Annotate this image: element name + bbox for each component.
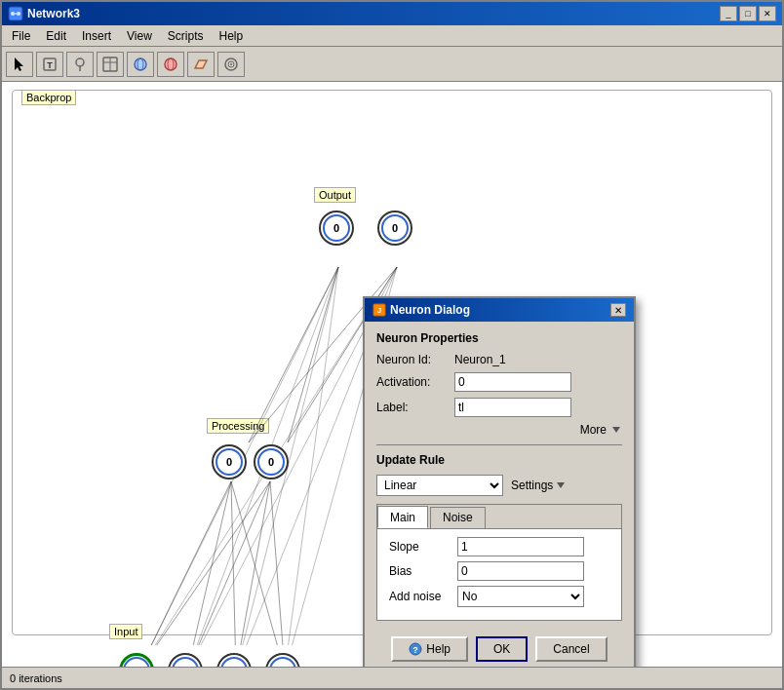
sphere2-tool-button[interactable]	[157, 52, 184, 77]
more-button[interactable]: More	[376, 423, 622, 437]
neuron-id-label: Neuron Id:	[376, 353, 454, 366]
output-neuron-2-inner: 0	[381, 214, 409, 242]
label-row: Label:	[376, 398, 622, 417]
status-text: 0 iterations	[10, 672, 62, 684]
settings-button[interactable]: Settings	[511, 479, 567, 492]
slope-row: Slope	[389, 537, 609, 556]
slope-label: Slope	[389, 540, 457, 554]
svg-text:?: ?	[413, 645, 419, 655]
input-neuron-3-inner: 0	[220, 657, 248, 667]
status-bar: 0 iterations	[2, 667, 782, 688]
neuron-dialog: J Neuron Dialog ✕ Neuron Properties Neur…	[363, 296, 636, 667]
svg-line-24	[138, 481, 231, 645]
main-window: Network3 _ □ ✕ File Edit Insert View Scr…	[0, 0, 784, 690]
maximize-button[interactable]: □	[739, 6, 757, 21]
add-noise-row: Add noise No Yes	[389, 586, 609, 607]
help-icon: ?	[409, 642, 422, 656]
settings-chevron-icon	[555, 479, 567, 491]
tabs-container: Main Noise Slope Bias	[376, 504, 622, 621]
svg-point-12	[135, 58, 146, 70]
svg-line-25	[138, 481, 270, 645]
menu-bar: File Edit Insert View Scripts Help	[2, 25, 782, 47]
dialog-close-button[interactable]: ✕	[610, 303, 626, 317]
svg-marker-43	[557, 482, 565, 488]
input-neuron-4[interactable]: 0	[265, 653, 300, 667]
update-rule-section: Update Rule Linear Settings	[376, 453, 622, 496]
menu-file[interactable]: File	[6, 27, 36, 45]
ok-button[interactable]: OK	[476, 636, 528, 662]
update-rule-title: Update Rule	[376, 453, 622, 467]
label-label: Label:	[376, 401, 454, 414]
svg-point-19	[230, 63, 232, 65]
menu-edit[interactable]: Edit	[40, 27, 72, 45]
input-neuron-3[interactable]: 0	[216, 653, 252, 667]
main-content: Backprop Output Processing Input	[2, 82, 782, 667]
window-title: Network3	[27, 7, 80, 20]
cancel-button[interactable]: Cancel	[535, 636, 607, 662]
menu-insert[interactable]: Insert	[76, 27, 117, 45]
target-tool-button[interactable]	[217, 52, 245, 77]
input-neuron-1[interactable]: 0	[119, 653, 154, 667]
add-noise-select[interactable]: No Yes	[457, 586, 584, 607]
output-neuron-1[interactable]: 0	[319, 211, 354, 246]
bias-input[interactable]	[457, 561, 584, 581]
processing-neuron-1[interactable]: 0	[212, 444, 247, 479]
menu-help[interactable]: Help	[214, 27, 250, 45]
toolbar: T	[2, 47, 782, 82]
dialog-title-bar: J Neuron Dialog ✕	[365, 298, 634, 322]
add-noise-label: Add noise	[389, 590, 457, 603]
tab-noise[interactable]: Noise	[430, 507, 486, 528]
dialog-title: J Neuron Dialog	[372, 303, 470, 317]
pin-tool-button[interactable]	[66, 52, 94, 77]
processing-neuron-2[interactable]: 0	[254, 444, 289, 479]
text-tool-button[interactable]: T	[36, 52, 63, 77]
activation-row: Activation:	[376, 372, 622, 392]
cursor-tool-button[interactable]	[6, 52, 33, 77]
svg-point-7	[76, 58, 84, 66]
output-neuron-2[interactable]: 0	[377, 211, 412, 246]
table-tool-button[interactable]	[97, 52, 124, 77]
update-rule-row: Linear Settings	[376, 475, 622, 496]
svg-marker-4	[15, 58, 23, 71]
processing-neuron-2-inner: 0	[257, 448, 285, 476]
activation-input[interactable]	[454, 372, 571, 392]
neuron-id-row: Neuron Id: Neuron_1	[376, 353, 622, 366]
window-icon	[8, 6, 23, 21]
svg-text:J: J	[377, 306, 381, 315]
input-neuron-4-inner: 0	[269, 657, 296, 667]
input-neuron-2-inner: 0	[172, 657, 199, 667]
dialog-body: Neuron Properties Neuron Id: Neuron_1 Ac…	[365, 322, 634, 667]
separator	[376, 444, 622, 445]
label-input[interactable]	[454, 398, 571, 417]
svg-marker-42	[612, 427, 620, 433]
dialog-icon: J	[372, 303, 386, 317]
sphere1-tool-button[interactable]	[127, 52, 154, 77]
input-neuron-1-inner: 0	[123, 657, 150, 667]
activation-label: Activation:	[376, 375, 454, 389]
close-button[interactable]: ✕	[759, 6, 776, 21]
slope-input[interactable]	[457, 537, 584, 556]
properties-section-title: Neuron Properties	[376, 331, 622, 345]
input-neuron-2[interactable]: 0	[168, 653, 203, 667]
svg-point-14	[165, 58, 176, 70]
bias-label: Bias	[389, 564, 457, 578]
svg-point-1	[11, 12, 15, 16]
eraser-tool-button[interactable]	[187, 52, 215, 77]
svg-point-2	[17, 12, 20, 16]
menu-view[interactable]: View	[121, 27, 158, 45]
help-button[interactable]: ? Help	[391, 636, 468, 662]
processing-neuron-1-inner: 0	[216, 448, 243, 476]
svg-line-28	[231, 481, 236, 645]
title-bar-left: Network3	[8, 6, 80, 21]
svg-line-38	[285, 267, 338, 645]
output-neuron-1-inner: 0	[323, 214, 350, 242]
update-rule-select[interactable]: Linear	[376, 475, 503, 496]
minimize-button[interactable]: _	[720, 6, 737, 21]
menu-scripts[interactable]: Scripts	[162, 27, 210, 45]
svg-line-20	[249, 267, 338, 442]
bias-row: Bias	[389, 561, 609, 581]
tab-main[interactable]: Main	[377, 506, 428, 528]
tab-header: Main Noise	[377, 505, 621, 529]
tab-main-content: Slope Bias Add noise No Yes	[377, 529, 621, 620]
neuron-id-value: Neuron_1	[454, 353, 622, 366]
